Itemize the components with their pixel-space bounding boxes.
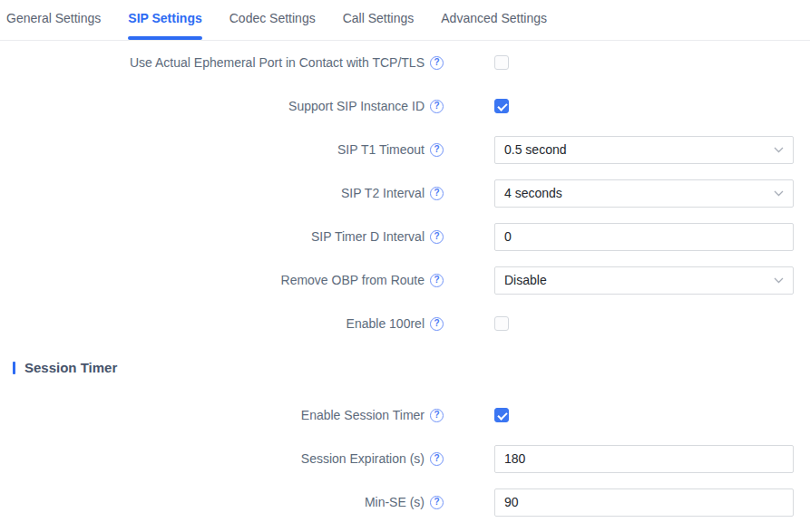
tab-codec-settings[interactable]: Codec Settings (229, 0, 316, 40)
chevron-down-icon (774, 190, 784, 197)
field-label: Min-SE (s) (365, 495, 425, 509)
row-sip-t2-interval: SIP T2 Interval ? 4 seconds (0, 171, 810, 215)
chevron-down-icon (774, 147, 784, 153)
help-icon[interactable]: ? (430, 409, 444, 422)
tab-sip-settings[interactable]: SIP Settings (128, 0, 201, 40)
tab-advanced-settings[interactable]: Advanced Settings (441, 0, 547, 40)
row-sip-instance-id: Support SIP Instance ID ? (0, 84, 810, 128)
tab-call-settings[interactable]: Call Settings (343, 0, 415, 40)
field-label: Session Expiration (s) (301, 451, 425, 466)
field-label: Enable Session Timer (301, 408, 425, 422)
field-label: SIP T1 Timeout (337, 142, 425, 157)
ephemeral-port-checkbox[interactable] (494, 55, 509, 70)
sip-instance-id-checkbox[interactable] (494, 99, 509, 113)
row-enable-session-timer: Enable Session Timer ? (0, 393, 810, 437)
help-icon[interactable]: ? (430, 230, 444, 244)
field-label: SIP Timer D Interval (311, 229, 425, 244)
sip-t1-timeout-select[interactable]: 0.5 second (494, 136, 794, 164)
help-icon[interactable]: ? (430, 274, 444, 287)
row-session-expiration: Session Expiration (s) ? (0, 437, 810, 480)
section-session-timer: Session Timer (13, 358, 810, 377)
settings-tab-bar: General Settings SIP Settings Codec Sett… (0, 0, 810, 41)
row-sip-timer-d: SIP Timer D Interval ? (0, 215, 810, 258)
help-icon[interactable]: ? (430, 187, 444, 200)
section-title: Session Timer (24, 360, 117, 375)
row-remove-obp: Remove OBP from Route ? Disable (0, 258, 810, 302)
help-icon[interactable]: ? (430, 56, 444, 70)
enable-session-timer-checkbox[interactable] (494, 408, 509, 422)
enable-100rel-checkbox[interactable] (494, 316, 509, 331)
min-se-input[interactable] (494, 488, 794, 517)
session-expiration-input[interactable] (494, 445, 794, 473)
help-icon[interactable]: ? (430, 143, 444, 157)
field-label: SIP T2 Interval (341, 186, 425, 200)
selected-value: 0.5 second (504, 142, 567, 157)
field-label: Support SIP Instance ID (288, 99, 425, 113)
section-accent-bar (13, 362, 15, 374)
sip-timer-d-input[interactable] (494, 223, 794, 251)
help-icon[interactable]: ? (430, 100, 444, 113)
row-enable-100rel: Enable 100rel ? (0, 302, 810, 345)
chevron-down-icon (774, 277, 784, 284)
selected-value: 4 seconds (504, 186, 562, 200)
row-ephemeral-port: Use Actual Ephemeral Port in Contact wit… (0, 41, 810, 84)
row-min-se: Min-SE (s) ? (0, 480, 810, 524)
help-icon[interactable]: ? (430, 317, 444, 331)
remove-obp-select[interactable]: Disable (494, 266, 794, 295)
help-icon[interactable]: ? (430, 496, 444, 509)
selected-value: Disable (504, 273, 547, 287)
row-sip-t1-timeout: SIP T1 Timeout ? 0.5 second (0, 128, 810, 171)
tab-general-settings[interactable]: General Settings (6, 0, 101, 40)
help-icon[interactable]: ? (430, 452, 444, 466)
sip-t2-interval-select[interactable]: 4 seconds (494, 179, 794, 208)
field-label: Remove OBP from Route (281, 273, 425, 287)
field-label: Use Actual Ephemeral Port in Contact wit… (130, 55, 425, 70)
field-label: Enable 100rel (346, 316, 425, 331)
sip-settings-panel: Use Actual Ephemeral Port in Contact wit… (0, 41, 810, 524)
